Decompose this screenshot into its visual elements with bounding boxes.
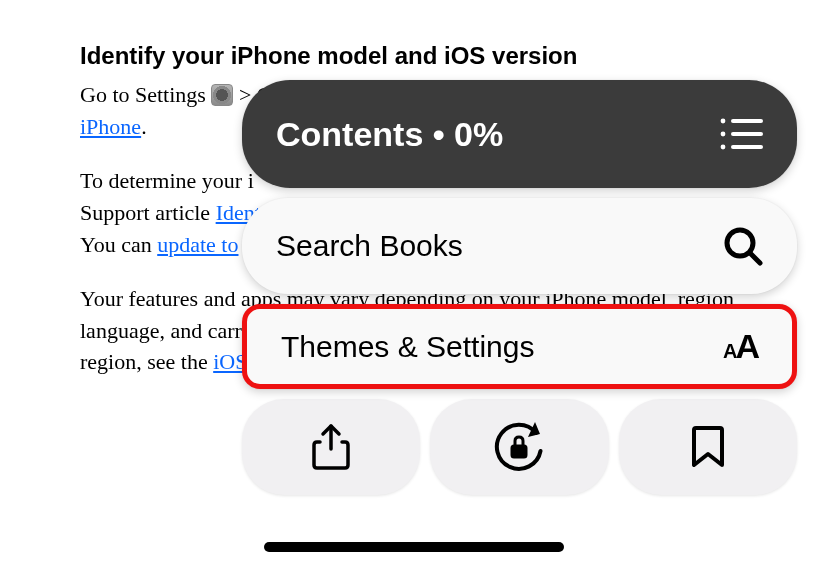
page-heading: Identify your iPhone model and iOS versi… (80, 40, 747, 71)
text-size-icon: AA (723, 327, 758, 366)
themes-label: Themes & Settings (281, 330, 534, 364)
bookmark-icon (691, 425, 725, 469)
list-icon (719, 117, 763, 151)
svg-rect-8 (512, 446, 526, 457)
svg-point-4 (721, 145, 726, 150)
svg-point-2 (721, 132, 726, 137)
reading-menu: Contents • 0% Search Books (242, 80, 797, 495)
bookmark-button[interactable] (619, 399, 797, 495)
themes-settings-button[interactable]: Themes & Settings AA (242, 304, 797, 389)
orientation-lock-icon (491, 419, 547, 475)
svg-point-0 (721, 119, 726, 124)
intro-period: . (141, 114, 147, 139)
settings-app-icon (211, 84, 233, 106)
contents-button[interactable]: Contents • 0% (242, 80, 797, 188)
action-button-row (242, 399, 797, 495)
share-icon (311, 423, 351, 471)
search-label: Search Books (276, 229, 463, 263)
paragraph-2b: Support article (80, 200, 216, 225)
paragraph-4b: region, see the (80, 349, 213, 374)
orientation-lock-button[interactable] (430, 399, 608, 495)
intro-text: Go to Settings (80, 82, 211, 107)
svg-line-7 (750, 253, 760, 263)
search-icon (723, 226, 763, 266)
paragraph-3a: You can (80, 232, 157, 257)
share-button[interactable] (242, 399, 420, 495)
paragraph-2a: To determine your i (80, 168, 254, 193)
contents-label: Contents • 0% (276, 115, 503, 154)
home-indicator (264, 542, 564, 552)
update-link[interactable]: update to (157, 232, 238, 257)
search-button[interactable]: Search Books (242, 198, 797, 294)
